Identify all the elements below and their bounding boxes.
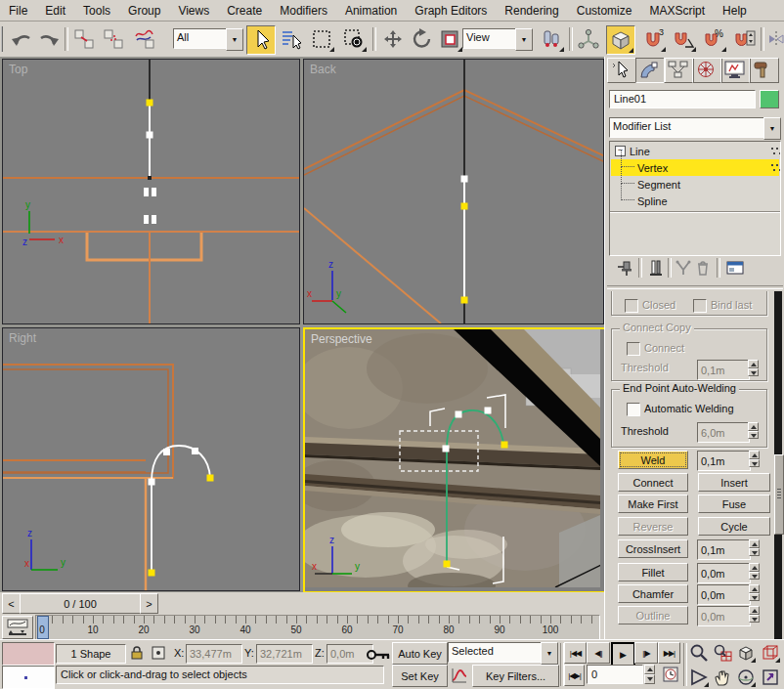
tab-utilities[interactable] — [749, 58, 779, 83]
viewport-perspective-label[interactable]: Perspective — [311, 332, 372, 346]
menu-group[interactable]: Group — [119, 4, 169, 18]
set-key-button[interactable]: Set Key — [392, 665, 448, 687]
toolbar-grip[interactable] — [1, 26, 6, 52]
play-button[interactable]: ▶ — [611, 642, 635, 667]
mirror-button-clipped[interactable] — [766, 25, 784, 53]
viewport-back[interactable]: Back z x y — [303, 59, 604, 324]
menu-views[interactable]: Views — [169, 4, 218, 18]
auto-weld-threshold-field[interactable]: 6,0m — [697, 422, 750, 443]
stack-item-vertex[interactable]: Vertex — [611, 159, 779, 176]
fillet-spinner[interactable] — [749, 563, 760, 580]
viewport-top-label[interactable]: Top — [9, 63, 27, 76]
fuse-button[interactable]: Fuse — [698, 495, 770, 513]
tab-hierarchy[interactable] — [664, 58, 694, 83]
automatic-welding-checkbox[interactable] — [627, 403, 640, 416]
chamfer-spinner[interactable] — [749, 584, 760, 601]
modifier-list-arrow[interactable]: ▼ — [763, 117, 781, 140]
tab-motion[interactable] — [692, 58, 722, 83]
object-name-field[interactable]: Line01 — [609, 90, 756, 108]
maxscript-mini-listener[interactable] — [2, 666, 55, 689]
set-key-mode-key-icon[interactable] — [366, 646, 391, 664]
key-mode-dropdown[interactable]: Selected ▼ — [448, 642, 558, 663]
angle-snap-toggle-button[interactable] — [670, 25, 697, 53]
viewport-perspective[interactable]: Perspective — [303, 327, 606, 593]
menu-rendering[interactable]: Rendering — [496, 4, 567, 18]
zoom-extents-button[interactable] — [734, 641, 757, 664]
timeline-ruler[interactable]: 0 10 20 30 40 50 60 70 80 90 100 — [35, 615, 600, 640]
redo-button[interactable] — [35, 25, 63, 53]
viewport-top-canvas[interactable]: y z x — [3, 60, 299, 323]
select-and-manipulate-button[interactable] — [575, 25, 602, 53]
remove-modifier-button[interactable] — [693, 258, 713, 278]
menu-customize[interactable]: Customize — [568, 4, 641, 18]
select-and-link-button[interactable] — [70, 25, 98, 53]
tab-create[interactable] — [607, 58, 637, 83]
next-frame-arrow-button[interactable]: > — [140, 593, 158, 614]
scrollbar-handle[interactable] — [774, 454, 784, 535]
undo-button[interactable] — [8, 25, 35, 53]
selection-lock-toggle[interactable] — [127, 643, 147, 663]
tab-display[interactable] — [720, 58, 751, 83]
stack-item-segment[interactable]: Segment — [611, 176, 779, 193]
select-object-button[interactable] — [246, 25, 276, 55]
default-in-out-tangents-button[interactable] — [449, 665, 469, 685]
snap-3d-toggle-button[interactable]: 3 — [639, 25, 667, 53]
stack-item-spline[interactable]: Spline — [611, 193, 779, 209]
modifier-list-dropdown[interactable]: Modifier List ▼ — [609, 117, 781, 138]
weld-spinner[interactable] — [749, 451, 760, 467]
maxscript-mini-listener-macro[interactable] — [2, 642, 55, 666]
object-color-swatch[interactable] — [760, 90, 779, 108]
reference-coordinate-arrow[interactable]: ▼ — [515, 28, 533, 51]
viewport-right[interactable]: Right z x y — [2, 327, 300, 591]
snap-toggle-button[interactable] — [606, 25, 635, 55]
configure-modifier-sets-button[interactable] — [724, 258, 746, 278]
connect-button[interactable]: Connect — [618, 473, 688, 492]
menu-tools[interactable]: Tools — [74, 4, 119, 18]
auto-key-button[interactable]: Auto Key — [392, 642, 448, 665]
coord-x-field[interactable]: 33,477m — [186, 644, 242, 664]
cross-insert-value[interactable]: 0,1m — [697, 539, 751, 560]
unlink-selection-button[interactable] — [100, 25, 127, 53]
menu-create[interactable]: Create — [218, 4, 271, 18]
use-pivot-point-center-button[interactable] — [538, 25, 565, 53]
key-mode-toggle-button[interactable]: |◀▶| — [564, 665, 585, 686]
menu-file[interactable]: File — [0, 4, 36, 18]
rollout-scrollbar[interactable] — [774, 291, 782, 639]
spinner-snap-toggle-button[interactable] — [730, 25, 758, 53]
go-to-start-button[interactable]: |◀◀ — [564, 642, 587, 664]
viewport-top[interactable]: Top y z x — [2, 59, 300, 324]
current-frame-spinner[interactable] — [644, 665, 655, 684]
show-end-result-button[interactable] — [646, 258, 666, 278]
current-frame-field[interactable]: 0 — [587, 665, 643, 684]
menu-maxscript[interactable]: MAXScript — [640, 4, 714, 18]
menu-modifiers[interactable]: Modifiers — [271, 4, 336, 18]
go-to-end-button[interactable]: ▶▶| — [658, 642, 680, 664]
select-and-rotate-button[interactable] — [409, 25, 436, 53]
arc-rotate-button[interactable] — [734, 666, 757, 688]
pan-button[interactable] — [711, 666, 733, 688]
time-configuration-button[interactable] — [661, 665, 680, 684]
window-crossing-toggle-button[interactable] — [340, 25, 368, 53]
select-by-name-button[interactable] — [278, 25, 305, 53]
cross-insert-button[interactable]: CrossInsert — [618, 539, 688, 558]
zoom-extents-all-button[interactable] — [759, 641, 781, 664]
previous-frame-button[interactable]: ◀|| — [587, 642, 610, 664]
key-mode-arrow[interactable]: ▼ — [541, 642, 558, 665]
chamfer-value[interactable]: 0,0m — [697, 584, 751, 605]
tab-modify[interactable] — [635, 58, 666, 83]
weld-threshold-value[interactable]: 0,1m — [697, 451, 751, 471]
menu-graph-editors[interactable]: Graph Editors — [406, 4, 496, 18]
viewport-perspective-canvas[interactable]: z x y — [305, 329, 600, 587]
reference-coordinate-system-dropdown[interactable]: View ▼ — [462, 28, 533, 49]
auto-weld-threshold-spinner[interactable] — [748, 422, 759, 439]
menu-edit[interactable]: Edit — [36, 4, 74, 18]
viewport-back-label[interactable]: Back — [310, 63, 336, 76]
fillet-button[interactable]: Fillet — [618, 563, 688, 581]
stack-item-line[interactable]: − Line — [611, 143, 779, 159]
zoom-all-button[interactable] — [711, 641, 733, 664]
select-and-move-button[interactable] — [379, 25, 407, 53]
menu-help[interactable]: Help — [714, 4, 756, 18]
select-and-scale-button[interactable] — [436, 25, 463, 53]
chamfer-button[interactable]: Chamfer — [618, 584, 688, 603]
pin-stack-button[interactable] — [615, 258, 634, 278]
